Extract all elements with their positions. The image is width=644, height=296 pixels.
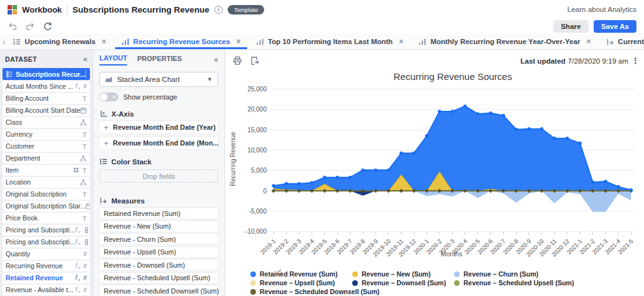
field-row-department[interactable]: Department xyxy=(3,153,90,164)
legend-item-revenue-upsell-sum-[interactable]: Revenue – Upsell (Sum) xyxy=(250,279,352,287)
number-icon: # xyxy=(83,287,87,293)
show-percentage-toggle[interactable]: ✕ xyxy=(99,93,118,101)
x-axis-field-year[interactable]: + Revenue Month End Date (Year) xyxy=(99,121,218,134)
field-row-revenue-available-t-[interactable]: Revenue - Available t...ƒx# xyxy=(3,285,90,296)
field-row-pricing-and-subscripti-[interactable]: Pricing and Subscripti...ƒx xyxy=(3,225,90,236)
print-icon[interactable] xyxy=(233,56,242,65)
svg-text:x: x xyxy=(103,111,105,115)
page-tab-monthly-recurring-revenue-year-over-year[interactable]: Monthly Recurring Revenue Year-Over-Year… xyxy=(411,34,598,49)
legend-dot xyxy=(352,280,358,286)
svg-text:-5,000: -5,000 xyxy=(249,208,267,215)
close-tab-icon[interactable]: × xyxy=(102,37,106,46)
export-icon[interactable] xyxy=(250,56,259,65)
date-icon xyxy=(80,107,87,114)
undo-icon[interactable] xyxy=(8,21,18,31)
measure-pill-revenue-churn-sum-[interactable]: Revenue - Churn (Sum) xyxy=(99,234,218,244)
field-row-billing-account-start-date[interactable]: Billing Account Start Date xyxy=(3,105,90,117)
field-label: Original Subscription xyxy=(6,190,67,198)
barchart-icon xyxy=(256,38,264,46)
tab-label: Current Month Recur xyxy=(618,38,644,45)
page-tab-top-10-performing-items-last-month[interactable]: Top 10 Performing Items Last Month× xyxy=(248,34,411,49)
legend-item-revenue-scheduled-downsell-sum-[interactable]: Revenue – Scheduled Downsell (Sum) xyxy=(250,288,352,296)
refresh-icon[interactable] xyxy=(43,21,53,31)
field-label: Actual Months Since ... xyxy=(6,83,73,90)
legend-item-retained-revenue-sum-[interactable]: Retained Revenue (Sum) xyxy=(250,270,352,278)
field-label: Pricing and Subscripti... xyxy=(6,238,75,246)
top-header: Workbook Subscriptions Recurring Revenue… xyxy=(0,0,644,19)
field-row-item[interactable]: ItemT xyxy=(3,165,90,176)
page-tab-current-month-recur[interactable]: Current Month Recur xyxy=(599,34,644,49)
field-row-price-book[interactable]: Price BookT xyxy=(3,213,90,224)
mouse-cursor-icon: ☝ xyxy=(277,267,282,276)
legend-item-revenue-churn-sum-[interactable]: Revenue – Churn (Sum) xyxy=(454,270,574,278)
field-row-quantity[interactable]: Quantity# xyxy=(3,249,90,260)
field-row-original-subscription-star-[interactable]: Original Subscription Star... xyxy=(3,201,90,212)
chevron-down-icon: ▼ xyxy=(207,76,213,83)
element-menu-icon[interactable]: ⋮ xyxy=(631,56,640,65)
field-row-recurring-revenue[interactable]: Recurring Revenueƒx# xyxy=(3,261,90,272)
tab-properties[interactable]: PROPERTIES xyxy=(137,55,182,65)
svg-text:0: 0 xyxy=(263,188,267,195)
collapse-dataset-panel-icon[interactable]: « xyxy=(83,55,87,64)
chart-panel: -10,000-5,00005,00010,00015,00020,00025,… xyxy=(225,50,643,296)
plus-icon: + xyxy=(104,139,109,148)
save-as-button[interactable]: Save As xyxy=(594,20,636,33)
close-tab-icon[interactable]: × xyxy=(587,37,591,46)
plus-icon: + xyxy=(104,123,109,132)
measure-pill-revenue-scheduled-upsell-sum-[interactable]: Revenue - Scheduled Upsell (Sum) xyxy=(99,273,218,283)
redo-icon[interactable] xyxy=(25,21,35,31)
svg-text:25,000: 25,000 xyxy=(247,86,267,93)
field-row-location[interactable]: Location xyxy=(3,177,90,188)
field-label: Currency xyxy=(6,130,33,138)
legend-label: Revenue – Churn (Sum) xyxy=(464,270,538,278)
color-stack-icon xyxy=(99,157,108,166)
collapse-layout-panel-icon[interactable]: « xyxy=(214,55,218,64)
number-icon: # xyxy=(83,263,87,270)
measure-pill-revenue-upsell-sum-[interactable]: Revenue - Upsell (Sum) xyxy=(99,247,218,258)
field-label: Quantity xyxy=(6,250,30,258)
measure-pill-revenue-downsell-sum-[interactable]: Revenue - Downsell (Sum) xyxy=(99,259,218,270)
page-tab-recurring-revenue-sources[interactable]: Recurring Revenue Sources× xyxy=(114,34,248,49)
field-row-original-subscription[interactable]: Original SubscriptionT xyxy=(3,189,90,200)
field-row-customer[interactable]: CustomerT xyxy=(3,141,90,152)
chart-type-select[interactable]: Stacked Area Chart ▼ xyxy=(99,72,218,87)
field-label: Recurring Revenue xyxy=(6,262,62,270)
hierarchy-icon xyxy=(80,179,87,186)
field-row-class[interactable]: Class xyxy=(3,117,90,128)
info-icon[interactable]: i xyxy=(214,6,223,14)
list-icon xyxy=(13,38,21,46)
dataset-source-row[interactable]: Subscriptions Recur...⋮ xyxy=(3,68,90,80)
legend-item-revenue-new-sum-[interactable]: Revenue – New (Sum) xyxy=(352,270,454,278)
close-tab-icon[interactable]: × xyxy=(399,37,403,46)
field-row-actual-months-since-[interactable]: Actual Months Since ...ƒx# xyxy=(3,81,90,93)
color-stack-dropzone[interactable]: Drop fields xyxy=(99,169,218,183)
legend-dot xyxy=(454,271,460,277)
field-row-billing-account[interactable]: Billing AccountT xyxy=(3,93,90,105)
x-axis-title: Months xyxy=(414,250,489,258)
formula-icon: ƒx xyxy=(75,261,80,270)
hierarchy-icon xyxy=(80,155,87,162)
legend-dot xyxy=(250,280,256,286)
divider xyxy=(67,4,67,14)
app-name: Workbook xyxy=(22,5,62,14)
kebab-menu-icon[interactable]: ⋮ xyxy=(89,70,90,78)
field-row-pricing-and-subscripti-[interactable]: Pricing and Subscripti...ƒx xyxy=(3,237,90,248)
measure-pill-revenue-new-sum-[interactable]: Revenue - New (Sum) xyxy=(99,221,218,232)
share-button[interactable]: Share xyxy=(553,20,589,33)
field-row-retained-revenue[interactable]: Retained Revenueƒx# xyxy=(3,273,90,284)
learn-about-analytics-link[interactable]: Learn about Analytics xyxy=(567,6,636,13)
legend-item-revenue-scheduled-upsell-sum-[interactable]: Revenue – Scheduled Upsell (Sum) xyxy=(454,279,574,287)
tab-layout[interactable]: LAYOUT xyxy=(99,54,127,65)
close-tab-icon[interactable]: × xyxy=(236,37,241,46)
field-row-currency[interactable]: CurrencyT xyxy=(3,129,90,140)
dataset-panel-title: DATASET xyxy=(5,55,37,63)
measure-pill-retained-revenue-sum-[interactable]: Retained Revenue (Sum) xyxy=(99,208,218,219)
measure-pill-revenue-scheduled-downsell-sum-[interactable]: Revenue - Scheduled Downsell (Sum) xyxy=(99,285,218,296)
pivot-icon xyxy=(606,38,614,46)
legend-label: Revenue – Scheduled Upsell (Sum) xyxy=(464,279,574,287)
page-tab-upcoming-renewals[interactable]: Upcoming Renewals× xyxy=(5,34,113,49)
x-axis-field-month[interactable]: + Revenue Month End Date (Mon... xyxy=(99,137,218,149)
svg-text:10,000: 10,000 xyxy=(247,147,267,154)
legend-item-revenue-downsell-sum-[interactable]: Revenue – Downsell (Sum) xyxy=(352,279,454,287)
formula-icon: ƒx xyxy=(75,273,80,282)
